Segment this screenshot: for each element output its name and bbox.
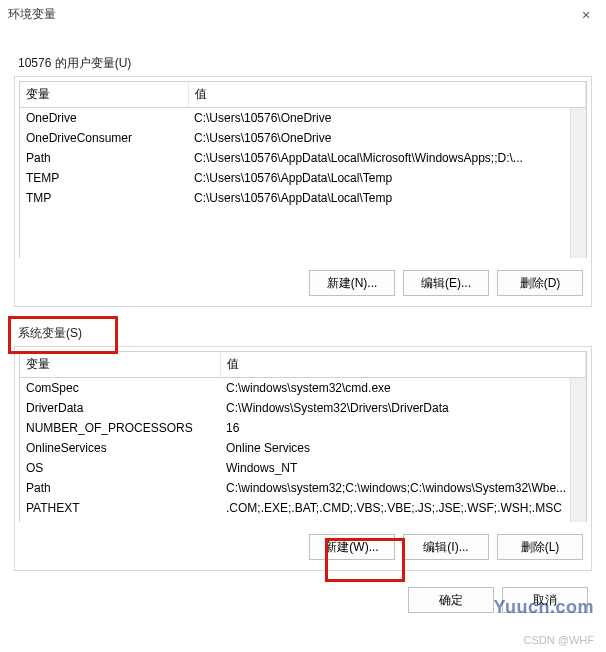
- var-name-cell: ComSpec: [20, 378, 220, 398]
- col-header-value[interactable]: 值: [188, 82, 586, 108]
- sys-vars-table[interactable]: 变量 值 ComSpecC:\windows\system32\cmd.exeD…: [19, 351, 587, 522]
- csdn-watermark: CSDN @WHF: [524, 634, 594, 646]
- var-value-cell: Windows_NT: [220, 458, 586, 478]
- table-row[interactable]: PATHEXT.COM;.EXE;.BAT;.CMD;.VBS;.VBE;.JS…: [20, 498, 586, 518]
- col-header-variable[interactable]: 变量: [20, 352, 220, 378]
- var-value-cell: C:\Users\10576\AppData\Local\Temp: [188, 168, 586, 188]
- table-row[interactable]: PathC:\Users\10576\AppData\Local\Microso…: [20, 148, 586, 168]
- var-value-cell: C:\windows\system32;C:\windows;C:\window…: [220, 478, 586, 498]
- table-row[interactable]: OSWindows_NT: [20, 458, 586, 478]
- var-value-cell: C:\windows\system32\cmd.exe: [220, 378, 586, 398]
- table-row[interactable]: NUMBER_OF_PROCESSORS16: [20, 418, 586, 438]
- table-row[interactable]: TMPC:\Users\10576\AppData\Local\Temp: [20, 188, 586, 208]
- var-value-cell: C:\Users\10576\OneDrive: [188, 108, 586, 128]
- title-bar: 环境变量 ×: [0, 0, 606, 29]
- var-name-cell: OneDrive: [20, 108, 188, 128]
- scrollbar[interactable]: [570, 378, 586, 522]
- table-row[interactable]: TEMPC:\Users\10576\AppData\Local\Temp: [20, 168, 586, 188]
- var-name-cell: OnlineServices: [20, 438, 220, 458]
- sys-new-button[interactable]: 新建(W)...: [309, 534, 395, 560]
- sys-edit-button[interactable]: 编辑(I)...: [403, 534, 489, 560]
- col-header-value[interactable]: 值: [220, 352, 586, 378]
- user-delete-button[interactable]: 删除(D): [497, 270, 583, 296]
- table-row[interactable]: PathC:\windows\system32;C:\windows;C:\wi…: [20, 478, 586, 498]
- var-value-cell: C:\Users\10576\AppData\Local\Temp: [188, 188, 586, 208]
- var-name-cell: DriverData: [20, 398, 220, 418]
- user-edit-button[interactable]: 编辑(E)...: [403, 270, 489, 296]
- var-name-cell: OS: [20, 458, 220, 478]
- ok-button[interactable]: 确定: [408, 587, 494, 613]
- var-name-cell: TEMP: [20, 168, 188, 188]
- col-header-variable[interactable]: 变量: [20, 82, 188, 108]
- table-row[interactable]: OneDriveC:\Users\10576\OneDrive: [20, 108, 586, 128]
- var-value-cell: C:\Users\10576\OneDrive: [188, 128, 586, 148]
- table-row[interactable]: DriverDataC:\Windows\System32\Drivers\Dr…: [20, 398, 586, 418]
- var-name-cell: OneDriveConsumer: [20, 128, 188, 148]
- table-row[interactable]: ComSpecC:\windows\system32\cmd.exe: [20, 378, 586, 398]
- table-row[interactable]: OnlineServicesOnline Services: [20, 438, 586, 458]
- window-title: 环境变量: [8, 6, 56, 23]
- var-value-cell: C:\Windows\System32\Drivers\DriverData: [220, 398, 586, 418]
- var-name-cell: TMP: [20, 188, 188, 208]
- table-row[interactable]: OneDriveConsumerC:\Users\10576\OneDrive: [20, 128, 586, 148]
- close-icon[interactable]: ×: [576, 7, 596, 23]
- var-value-cell: .COM;.EXE;.BAT;.CMD;.VBS;.VBE;.JS;.JSE;.…: [220, 498, 586, 518]
- user-new-button[interactable]: 新建(N)...: [309, 270, 395, 296]
- var-name-cell: Path: [20, 478, 220, 498]
- user-vars-table[interactable]: 变量 值 OneDriveC:\Users\10576\OneDriveOneD…: [19, 81, 587, 258]
- watermark-text: Yuucn.com: [493, 597, 594, 618]
- var-name-cell: PATHEXT: [20, 498, 220, 518]
- var-value-cell: 16: [220, 418, 586, 438]
- var-name-cell: Path: [20, 148, 188, 168]
- sys-vars-label: 系统变量(S): [18, 325, 592, 342]
- scrollbar[interactable]: [570, 108, 586, 258]
- var-value-cell: Online Services: [220, 438, 586, 458]
- var-name-cell: NUMBER_OF_PROCESSORS: [20, 418, 220, 438]
- sys-vars-group: 变量 值 ComSpecC:\windows\system32\cmd.exeD…: [14, 346, 592, 571]
- var-value-cell: C:\Users\10576\AppData\Local\Microsoft\W…: [188, 148, 586, 168]
- sys-delete-button[interactable]: 删除(L): [497, 534, 583, 560]
- user-vars-group: 变量 值 OneDriveC:\Users\10576\OneDriveOneD…: [14, 76, 592, 307]
- user-vars-label: 10576 的用户变量(U): [18, 55, 592, 72]
